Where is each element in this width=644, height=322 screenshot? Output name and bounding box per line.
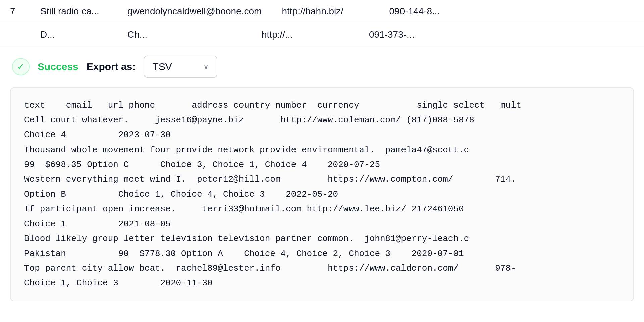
cell-url: http://hahn.biz/ [282,6,369,17]
cell-phone: 091-373-... [369,29,436,40]
table-row-partial: D... Ch... http://... 091-373-... [0,23,644,46]
cell-url: http://... [262,29,349,40]
success-bar: ✓ Success Export as: TSV ∨ [0,46,644,87]
cell-phone: 090-144-8... [389,6,456,17]
preview-content: text email url phone address country num… [24,98,620,290]
preview-box: text email url phone address country num… [10,87,634,301]
success-label: Success [38,61,78,72]
cell-email: gwendolyncaldwell@boone.com [127,6,262,17]
export-as-label: Export as: [87,61,136,72]
row-number: 7 [10,6,20,17]
success-icon-wrap: ✓ [12,58,30,75]
table-row-7: 7 Still radio ca... gwendolyncaldwell@bo… [0,0,644,23]
chevron-down-icon: ∨ [203,62,209,71]
export-format-dropdown[interactable]: TSV ∨ [144,56,217,78]
cell-email: Ch... [127,29,241,40]
cell-text: Still radio ca... [40,6,107,17]
dropdown-selected-value: TSV [152,61,172,72]
cell-text: D... [40,29,107,40]
checkmark-icon: ✓ [17,62,24,71]
